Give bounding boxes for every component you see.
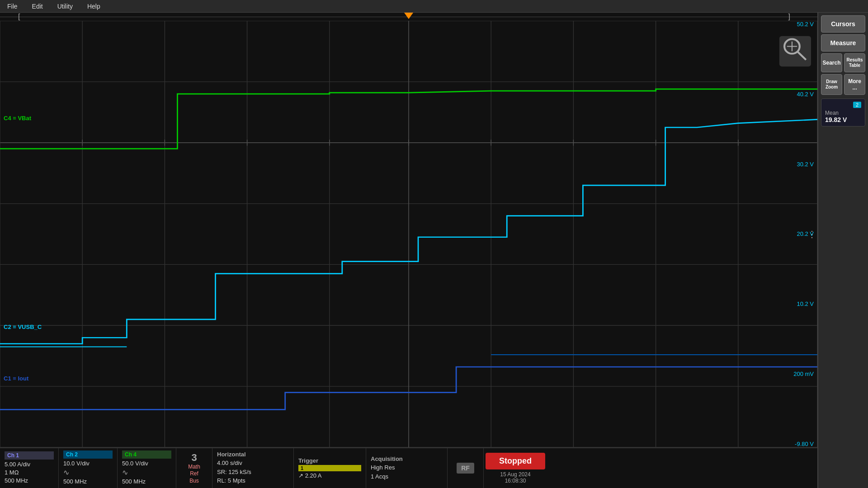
waveform-container[interactable]: 50.2 V 40.2 V 30.2 V 20.2 V 10.2 V 200 m… <box>0 21 817 447</box>
scope-area: [ ] <box>0 13 817 488</box>
search-button[interactable]: Search <box>821 53 842 72</box>
menu-help[interactable]: Help <box>85 2 103 11</box>
ch1-val-2: 500 MHz <box>5 477 54 485</box>
ch2-val-0: 10.0 V/div <box>63 460 113 468</box>
measurement-box: 2 Mean 19.82 V <box>821 99 865 127</box>
status-ch2[interactable]: Ch 2 10.0 V/div ∿ 500 MHz <box>59 448 118 488</box>
trigger-indicator: [ ] <box>0 13 817 21</box>
draw-zoom-button[interactable]: DrawZoom <box>821 74 842 95</box>
math-label-math: Math <box>188 464 200 471</box>
horizontal-title: Horizontal <box>217 451 289 458</box>
measurement-value: 19.82 V <box>825 116 861 123</box>
acq-val-0: High Res <box>371 463 443 472</box>
channel-badge-row: 2 <box>825 102 861 108</box>
ch4-header: Ch 4 <box>122 450 171 459</box>
math-ref-bus[interactable]: 3 Math Ref Bus <box>176 448 212 488</box>
ch2-val-1: ∿ <box>63 468 113 478</box>
rf-cell[interactable]: RF <box>448 448 484 488</box>
menu-edit[interactable]: Edit <box>29 2 46 11</box>
math-number: 3 <box>191 452 197 464</box>
right-panel: Cursors Measure Search ResultsTable Draw… <box>817 13 868 488</box>
ch4-values: 50.0 V/div ∿ 500 MHz <box>122 460 171 486</box>
date-line2: 16:08:30 <box>500 478 530 484</box>
channel-label-c4: C4 ≡ VBat <box>4 115 31 122</box>
bracket-right: ] <box>788 13 790 21</box>
bracket-left: [ <box>18 13 20 21</box>
math-label: Math Ref Bus <box>188 464 200 485</box>
acq-title: Acquisition <box>371 455 443 462</box>
results-table-button[interactable]: ResultsTable <box>844 53 865 72</box>
ch2-values: 10.0 V/div ∿ 500 MHz <box>63 460 113 486</box>
menu-file[interactable]: File <box>5 2 20 11</box>
more-button[interactable]: More ... <box>844 74 865 95</box>
trigger-title: Trigger <box>298 457 361 464</box>
main-content: [ ] <box>0 13 868 488</box>
channel-label-c1: C1 ≡ Iout <box>4 375 28 382</box>
date-line1: 15 Aug 2024 <box>500 471 530 478</box>
search-results-row: Search ResultsTable <box>821 53 865 72</box>
ch1-val-1: 1 MΩ <box>5 469 54 477</box>
measure-button[interactable]: Measure <box>821 34 865 52</box>
acquisition-cell[interactable]: Acquisition High Res 1 Acqs <box>366 448 448 488</box>
ch1-values: 5.00 A/div 1 MΩ 500 MHz <box>5 460 54 485</box>
status-ch4[interactable]: Ch 4 50.0 V/div ∿ 500 MHz <box>118 448 176 488</box>
ch1-header: Ch 1 <box>5 451 54 460</box>
math-label-bus: Bus <box>188 478 200 485</box>
ch1-val-0: 5.00 A/div <box>5 460 54 469</box>
status-bar: Ch 1 5.00 A/div 1 MΩ 500 MHz Ch 2 10.0 V… <box>0 447 817 488</box>
channel-label-c2: C2 ≡ VUSB_C <box>4 324 42 330</box>
status-ch1[interactable]: Ch 1 5.00 A/div 1 MΩ 500 MHz <box>0 448 59 488</box>
trigger-arrow-sym: ↗ <box>298 472 303 479</box>
draw-more-row: DrawZoom More ... <box>821 74 865 95</box>
ch4-val-1: ∿ <box>122 468 171 478</box>
acq-val-1: 1 Acqs <box>371 472 443 481</box>
stopped-cell[interactable]: Stopped 15 Aug 2024 16:08:30 <box>484 448 547 488</box>
ch4-val-0: 50.0 V/div <box>122 460 171 468</box>
trigger-badge: 1 <box>298 465 361 471</box>
trigger-level: 2.20 A <box>305 472 322 479</box>
stopped-button[interactable]: Stopped <box>486 453 545 469</box>
rf-badge: RF <box>457 463 474 474</box>
waveform-svg <box>0 21 817 447</box>
horiz-val-0: 4.00 s/div <box>217 459 289 468</box>
math-label-ref: Ref <box>188 470 200 478</box>
dots-menu[interactable]: ⋮ <box>807 230 816 239</box>
ch4-val-2: 500 MHz <box>122 478 171 486</box>
trigger-cell[interactable]: Trigger 1 ↗ 2.20 A <box>294 448 366 488</box>
date-value: 15 Aug 2024 16:08:30 <box>500 471 530 484</box>
trigger-val: ↗ 2.20 A <box>298 472 361 479</box>
ch2-val-2: 500 MHz <box>63 478 113 486</box>
measurement-title: Mean <box>825 110 861 116</box>
ch2-measurement-badge: 2 <box>853 102 861 108</box>
horiz-val-2: RL: 5 Mpts <box>217 476 289 485</box>
cursors-button[interactable]: Cursors <box>821 15 865 33</box>
menu-utility[interactable]: Utility <box>55 2 75 11</box>
ch2-header: Ch 2 <box>63 450 113 459</box>
menu-bar: File Edit Utility Help <box>0 0 868 13</box>
horiz-val-1: SR: 125 kS/s <box>217 468 289 477</box>
horizontal-cell[interactable]: Horizontal 4.00 s/div SR: 125 kS/s RL: 5… <box>212 448 294 488</box>
trigger-arrow <box>404 13 413 19</box>
